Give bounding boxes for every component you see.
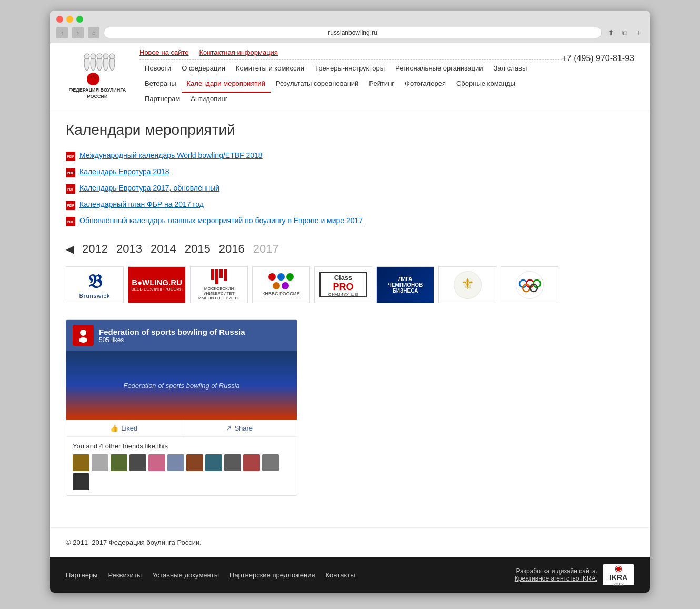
doc-link-3[interactable]: Календарь Евротура 2017, обновлённый	[79, 184, 219, 192]
doc-link-1[interactable]: Международный календарь World bowling/ET…	[79, 151, 263, 159]
nav-regional[interactable]: Региональные организации	[390, 62, 488, 77]
fb-avatar-10	[243, 454, 260, 471]
bowlingru-sub-text: ВЕСЬ БОУЛИНГ РОССИЯ	[131, 287, 183, 292]
fb-share-label: Share	[234, 424, 253, 432]
nav-federation[interactable]: О федерации	[176, 62, 231, 77]
year-2015[interactable]: 2015	[185, 242, 211, 256]
tabs-icon[interactable]: ⧉	[619, 27, 630, 38]
nav-gallery[interactable]: Фотогалерея	[399, 77, 451, 93]
svg-point-5	[84, 54, 89, 59]
nav-area: Новое на сайте Контактная информация Нов…	[129, 48, 562, 108]
footer-link-contacts[interactable]: Контакты	[325, 571, 355, 579]
year-2016[interactable]: 2016	[219, 242, 245, 256]
year-2013[interactable]: 2013	[116, 242, 142, 256]
doc-item-5: PDF Обновлённый календарь главных меропр…	[66, 216, 634, 226]
year-2017: 2017	[253, 242, 279, 256]
footer-links: Партнеры Реквизиты Уставные документы Па…	[66, 571, 355, 579]
close-button[interactable]	[56, 16, 63, 23]
pdf-icon-1: PDF	[66, 152, 75, 161]
minimize-button[interactable]	[66, 16, 73, 23]
footer-right-text: Разработка и дизайн сайта.Креативное аге…	[515, 567, 597, 582]
bowlingru-main-text: B●WLING.RU	[132, 278, 182, 287]
nav-results[interactable]: Результаты соревнований	[271, 77, 364, 93]
footer-link-docs[interactable]: Уставные документы	[152, 571, 219, 579]
back-button[interactable]: ‹	[56, 27, 68, 38]
knvbs-logo[interactable]: КНВБС РОССИЯ	[252, 266, 310, 303]
share-icon[interactable]: ⬆	[606, 27, 616, 38]
olympic-svg	[515, 271, 544, 299]
site-header: ФЕДЕРАЦИЯ БОУЛИНГА РОССИИ Новое на сайте…	[50, 43, 650, 111]
ikra-circle-icon: ◉	[615, 563, 622, 573]
classpro-sub-text: С НАМИ ЛУЧШЕ!	[328, 293, 358, 296]
nav-rating[interactable]: Рейтинг	[364, 77, 399, 93]
doc-link-2[interactable]: Календарь Евротура 2018	[79, 167, 169, 176]
copyright-text: © 2011–2017 Федерация боулинга России.	[66, 538, 634, 546]
nav-row-3: Партнерам Антидопинг	[139, 93, 562, 108]
new-on-site-link[interactable]: Новое на сайте	[139, 48, 189, 56]
doc-link-5[interactable]: Обновлённый календарь главных мероприяти…	[79, 216, 363, 225]
fb-avatar-5	[148, 454, 165, 471]
pdf-icon-4: PDF	[66, 201, 75, 210]
footer-bottom: Партнеры Реквизиты Уставные документы Па…	[50, 557, 650, 593]
footer-link-partner-offers[interactable]: Партнерские предложения	[229, 571, 315, 579]
fb-avatar-1	[73, 454, 89, 471]
fb-friends-label: You and 4 other friends like this	[73, 442, 291, 450]
forward-button[interactable]: ›	[72, 27, 84, 38]
svg-point-7	[97, 54, 102, 59]
contact-info-link[interactable]: Контактная информация	[199, 48, 278, 56]
nav-divider	[139, 59, 562, 60]
knvbs-text: КНВБС РОССИЯ	[262, 291, 299, 296]
url-text: russianbowling.ru	[328, 29, 377, 36]
year-2014[interactable]: 2014	[151, 242, 176, 256]
nav-novosti[interactable]: Новости	[139, 62, 176, 77]
doc-link-4[interactable]: Календарный план ФБР на 2017 год	[79, 200, 204, 208]
classpro-pro-text: PRO	[333, 282, 353, 293]
brunswick-logo[interactable]: 𝔅 Brunswick	[66, 266, 124, 303]
doc-item-1: PDF Международный календарь World bowlin…	[66, 151, 634, 161]
year-2012[interactable]: 2012	[82, 242, 108, 256]
nav-antidoping[interactable]: Антидопинг	[185, 93, 233, 108]
nav-trainers[interactable]: Тренеры-инструкторы	[309, 62, 390, 77]
ikra-link[interactable]: Разработка и дизайн сайта.Креативное аге…	[515, 567, 597, 582]
svg-point-8	[103, 54, 108, 59]
brunswick-b-letter: 𝔅	[88, 271, 102, 293]
fb-avatar-8	[205, 454, 222, 471]
olympic-logo[interactable]	[501, 266, 558, 303]
mosu-bar-2	[215, 269, 218, 284]
russia-emblem-logo[interactable]: ⚜	[438, 266, 496, 303]
home-button[interactable]: ⌂	[88, 27, 99, 38]
nav-partners[interactable]: Партнерам	[139, 93, 185, 108]
nav-calendar[interactable]: Календари мероприятий	[182, 77, 271, 93]
fb-liked-label: Liked	[121, 424, 137, 432]
fb-page-icon	[73, 325, 94, 346]
fb-header: Federation of sports bowling of Russia 5…	[66, 320, 297, 351]
nav-committees[interactable]: Комитеты и комиссии	[231, 62, 309, 77]
nav-veterans[interactable]: Ветераны	[139, 77, 182, 93]
mosu-bar-3	[219, 269, 223, 278]
moscow-uni-logo[interactable]: МОСКОВСКИЙУНИВЕРСИТЕТИМЕНИ С.Ю. ВИТТЕ	[190, 266, 248, 303]
header-top: ФЕДЕРАЦИЯ БОУЛИНГА РОССИИ Новое на сайте…	[66, 48, 634, 111]
fb-avatar-12	[73, 473, 89, 490]
footer-link-requisites[interactable]: Реквизиты	[108, 571, 142, 579]
classpro-class-text: Class	[334, 274, 353, 282]
classpro-logo[interactable]: Class PRO С НАМИ ЛУЧШЕ!	[314, 266, 372, 303]
address-bar[interactable]: russianbowling.ru	[104, 27, 602, 38]
nav-teams[interactable]: Сборные команды	[451, 77, 521, 93]
nav-hall-fame[interactable]: Зал славы	[488, 62, 533, 77]
main-content: Календари мероприятий PDF Международный …	[50, 111, 650, 527]
liga-logo[interactable]: ЛИГАЧЕМПИОНОВБИЗНЕСА	[376, 266, 434, 303]
add-tab-icon[interactable]: +	[633, 27, 644, 38]
ikra-logo[interactable]: ◉ IKRA 2012	[603, 564, 634, 585]
svg-point-12	[93, 75, 95, 77]
footer-link-partners[interactable]: Партнеры	[66, 571, 97, 579]
partner-logos: 𝔅 Brunswick B●WLING.RU ВЕСЬ БОУЛИНГ РОСС…	[66, 266, 634, 303]
fb-image-placeholder: Federation of sports bowling of Russia	[123, 382, 239, 390]
svg-point-11	[90, 76, 92, 78]
maximize-button[interactable]	[76, 16, 83, 23]
phone-number: +7 (495) 970-81-93	[562, 48, 634, 63]
year-prev-arrow[interactable]: ◀	[66, 243, 74, 255]
fb-like-button[interactable]: 👍 Liked	[66, 420, 182, 436]
fb-share-button[interactable]: ↗ Share	[182, 420, 297, 436]
bowlingru-logo[interactable]: B●WLING.RU ВЕСЬ БОУЛИНГ РОССИЯ	[128, 266, 186, 303]
brunswick-text: Brunswick	[79, 293, 110, 299]
